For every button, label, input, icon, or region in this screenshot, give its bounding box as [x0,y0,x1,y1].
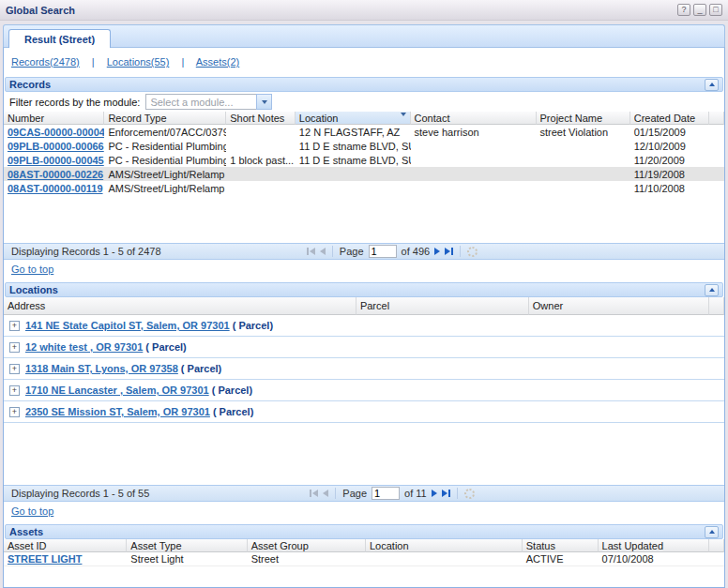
records-collapse-button[interactable] [705,79,719,91]
location-cell [296,181,411,195]
next-page-button[interactable] [432,490,437,497]
module-filter-dropdown-button[interactable] [256,94,272,110]
last-page-button[interactable] [445,248,453,255]
page-number-input[interactable] [369,245,397,258]
locations-section-title: Locations [9,284,58,295]
parcel-suffix-label: ( Parcel) [145,341,186,353]
location-row[interactable]: + 2350 SE Mission ST, Salem, OR 97301 ( … [4,401,724,423]
col-header-contact[interactable]: Contact [411,112,537,125]
contact-cell [411,139,537,153]
go-to-top-link[interactable]: Go to top [11,505,53,517]
location-address-link[interactable]: 141 NE State Capitol ST, Salem, OR 97301 [25,320,230,331]
module-filter-input[interactable] [145,94,256,110]
location-address-link[interactable]: 12 white test , OR 97301 [25,341,143,353]
project-name-cell: street Violation [537,125,630,139]
location-row[interactable]: + 1710 NE Lancaster , Salem, OR 97301 ( … [4,380,724,401]
locations-count-link[interactable]: Locations(55) [107,56,170,68]
record-row[interactable]: 08AST-00000-00119 AMS/Street/Light/Relam… [4,181,724,195]
help-button[interactable]: ? [677,4,690,16]
collapse-arrow-icon [709,83,715,86]
assets-collapse-button[interactable] [705,526,719,538]
summary-links: Records(2478) | Locations(55) | Assets(2… [4,48,724,77]
col-header-location[interactable]: Location [296,112,411,125]
record-number-link[interactable]: 09CAS-00000-00004 [8,127,104,138]
record-row[interactable]: 09CAS-00000-00004 Enforcement/07ACC/0379… [4,125,724,139]
contact-cell [411,181,537,195]
assets-header-row: Asset ID Asset Type Asset Group Location… [4,539,724,552]
chevron-down-icon [262,100,267,104]
locations-pager-controls: Page of 11 [253,487,474,500]
record-row[interactable]: 09PLB-00000-00045 PC - Residential Plumb… [4,153,724,167]
created-date-cell: 12/10/2009 [630,139,709,153]
expand-plus-icon[interactable]: + [9,407,20,417]
short-notes-cell [226,139,296,153]
project-name-cell [537,139,630,153]
next-page-button[interactable] [434,248,440,255]
record-row[interactable]: 09PLB-00000-00066 PC - Residential Plumb… [4,139,724,153]
asset-id-link[interactable]: STREET LIGHT [8,553,82,565]
asset-last-updated-cell: 07/10/2008 [599,552,709,566]
maximize-button[interactable]: □ [709,4,722,16]
assets-section-title: Assets [9,526,43,537]
records-section-header: Records [5,77,723,92]
page-total-label: of 11 [404,488,427,499]
record-number-link[interactable]: 08AST-00000-00226 [8,169,103,180]
asset-group-cell: Street [248,552,366,566]
project-name-cell [537,153,630,167]
assets-count-link[interactable]: Assets(2) [196,56,239,68]
locations-collapse-button[interactable] [705,284,719,296]
col-header-parcel[interactable]: Parcel [356,297,529,315]
short-notes-cell [226,181,296,195]
record-type-cell: AMS/Street/Light/Relamp [104,167,226,181]
location-address-link[interactable]: 1710 NE Lancaster , Salem, OR 97301 [25,384,209,396]
col-header-asset-group[interactable]: Asset Group [248,539,366,552]
expand-plus-icon[interactable]: + [9,321,20,331]
col-header-owner[interactable]: Owner [529,297,709,315]
minimize-button[interactable]: _ [693,4,706,16]
asset-location-cell [366,552,523,566]
pager-separator [335,488,336,499]
col-header-location[interactable]: Location [366,539,523,552]
asset-row[interactable]: STREET LIGHT Street Light Street ACTIVE … [4,552,724,566]
go-to-top-link[interactable]: Go to top [11,264,53,275]
col-header-status[interactable]: Status [523,539,599,552]
location-row[interactable]: + 12 white test , OR 97301 ( Parcel) [4,337,724,358]
expand-plus-icon[interactable]: + [9,385,20,396]
refresh-icon[interactable] [467,247,478,257]
col-header-asset-type[interactable]: Asset Type [127,539,247,552]
link-separator: | [181,56,184,68]
prev-page-button[interactable] [323,490,328,497]
record-row-selected[interactable]: 08AST-00000-00226 AMS/Street/Light/Relam… [4,167,724,181]
col-header-asset-id[interactable]: Asset ID [4,539,127,552]
record-number-link[interactable]: 09PLB-00000-00066 [8,141,104,152]
contact-cell [411,167,537,181]
expand-plus-icon[interactable]: + [9,364,20,374]
records-count-link[interactable]: Records(2478) [11,56,80,68]
col-header-record-type[interactable]: Record Type [104,112,226,125]
location-address-link[interactable]: 1318 Main ST, Lyons, OR 97358 [25,363,178,374]
record-number-link[interactable]: 09PLB-00000-00045 [8,155,104,166]
project-name-cell [537,181,630,195]
location-row[interactable]: + 141 NE State Capitol ST, Salem, OR 973… [4,315,724,337]
location-address-link[interactable]: 2350 SE Mission ST, Salem, OR 97301 [25,406,210,417]
col-header-created-date[interactable]: Created Date [630,112,709,125]
link-separator: | [92,56,95,68]
prev-page-button[interactable] [320,248,326,255]
page-number-input[interactable] [372,487,400,500]
refresh-icon[interactable] [464,489,475,499]
col-header-project-name[interactable]: Project Name [537,112,630,125]
first-page-button[interactable] [310,490,318,497]
col-header-address[interactable]: Address [4,297,356,315]
first-page-button[interactable] [307,248,315,255]
col-header-number[interactable]: Number [4,112,104,125]
tab-result-street[interactable]: Result (Street) [8,29,111,48]
col-header-short-notes[interactable]: Short Notes [226,112,296,125]
col-header-last-updated[interactable]: Last Updated [599,539,709,552]
record-type-cell: AMS/Street/Light/Relamp [104,181,226,195]
results-panel: Records(2478) | Locations(55) | Assets(2… [3,47,725,588]
last-page-button[interactable] [442,490,450,497]
location-row[interactable]: + 1318 Main ST, Lyons, OR 97358 ( Parcel… [4,358,724,380]
expand-plus-icon[interactable]: + [9,342,20,353]
record-number-link[interactable]: 08AST-00000-00119 [8,183,103,194]
location-column-menu-icon[interactable] [401,116,406,125]
